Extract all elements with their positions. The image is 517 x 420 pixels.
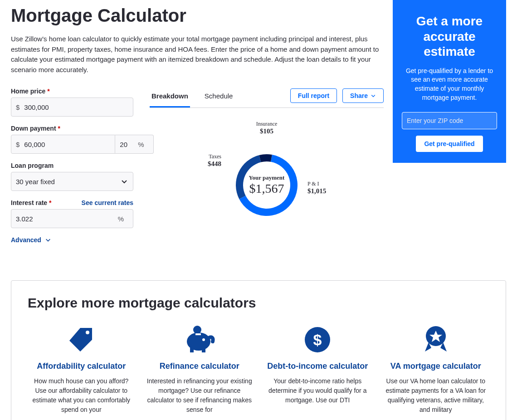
card-body: Interested in refinancing your existing … — [146, 376, 254, 415]
down-payment-label: Down payment — [11, 125, 56, 132]
page-intro: Use Zillow's home loan calculator to qui… — [11, 34, 383, 75]
card-refinance[interactable]: Refinance calculator Interested in refin… — [146, 323, 254, 415]
donut-label-insurance-value: $105 — [256, 127, 278, 135]
get-prequalified-button[interactable]: Get pre-qualified — [416, 136, 483, 152]
required-indicator: * — [49, 199, 51, 206]
explore-title: Explore more mortgage calculators — [28, 295, 489, 311]
donut-center-amount: $1,567 — [249, 181, 285, 196]
tab-breakdown[interactable]: Breakdown — [150, 88, 190, 107]
card-body: Use our VA home loan calculator to estim… — [382, 376, 490, 415]
award-ribbon-icon — [382, 323, 490, 356]
loan-program-label: Loan program — [11, 162, 54, 169]
chevron-down-icon — [371, 93, 376, 98]
home-price-input[interactable] — [24, 103, 128, 111]
svg-rect-2 — [190, 348, 194, 352]
interest-rate-label: Interest rate — [11, 199, 47, 206]
percent-symbol: % — [118, 215, 124, 223]
card-title: Refinance calculator — [146, 361, 254, 371]
payment-donut-chart: Your payment $1,567 Insurance $105 Taxes… — [150, 117, 384, 253]
down-payment-percent-input[interactable] — [120, 141, 138, 148]
interest-rate-input[interactable] — [16, 215, 118, 223]
dollar-circle-icon: $ — [264, 323, 371, 356]
donut-label-pi-value: $1,015 — [307, 187, 326, 195]
required-indicator: * — [47, 88, 49, 95]
cta-body: Get pre-qualified by a lender to see an … — [402, 67, 497, 102]
donut-label-taxes-name: Taxes — [208, 153, 221, 160]
donut-label-pi-name: P & I — [307, 181, 326, 187]
svg-point-5 — [202, 338, 205, 341]
chevron-down-icon — [45, 237, 51, 243]
card-title: VA mortgage calculator — [382, 361, 490, 371]
svg-rect-6 — [195, 333, 201, 335]
svg-rect-3 — [202, 348, 205, 352]
card-body: Your debt-to-income ratio helps determin… — [264, 376, 371, 405]
full-report-button[interactable]: Full report — [290, 88, 337, 103]
card-affordability[interactable]: Affordability calculator How much house … — [28, 323, 135, 415]
currency-symbol: $ — [16, 103, 20, 111]
advanced-toggle[interactable]: Advanced — [11, 236, 133, 244]
donut-label-insurance-name: Insurance — [256, 121, 278, 127]
card-body: How much house can you afford? Use our a… — [28, 376, 135, 415]
down-payment-input[interactable] — [24, 141, 110, 148]
see-current-rates-link[interactable]: See current rates — [82, 199, 133, 206]
currency-symbol: $ — [16, 141, 20, 148]
calculator-form: Home price * $ Down payment * $ — [11, 88, 133, 253]
svg-point-0 — [86, 331, 89, 334]
tab-schedule[interactable]: Schedule — [203, 88, 235, 107]
home-price-label: Home price — [11, 88, 45, 95]
cta-panel: Get a more accurate estimate Get pre-qua… — [393, 0, 506, 163]
card-va[interactable]: VA mortgage calculator Use our VA home l… — [382, 323, 490, 415]
piggy-bank-icon — [146, 323, 254, 356]
share-button[interactable]: Share — [342, 88, 384, 103]
loan-program-select[interactable]: 30 year fixed — [11, 172, 133, 191]
svg-point-4 — [193, 326, 201, 334]
card-title: Affordability calculator — [28, 361, 135, 371]
explore-section: Explore more mortgage calculators Afford… — [11, 280, 506, 420]
required-indicator: * — [58, 125, 60, 132]
svg-text:$: $ — [313, 331, 322, 348]
cta-title: Get a more accurate estimate — [402, 14, 497, 59]
percent-symbol: % — [138, 141, 144, 148]
card-dti[interactable]: $ Debt-to-income calculator Your debt-to… — [264, 323, 371, 415]
donut-label-taxes-value: $448 — [208, 160, 221, 168]
donut-center-label: Your payment — [249, 174, 285, 181]
tag-icon — [28, 323, 135, 356]
page-title: Mortgage Calculator — [11, 5, 384, 26]
zip-code-input[interactable] — [402, 112, 497, 129]
card-title: Debt-to-income calculator — [264, 361, 371, 371]
